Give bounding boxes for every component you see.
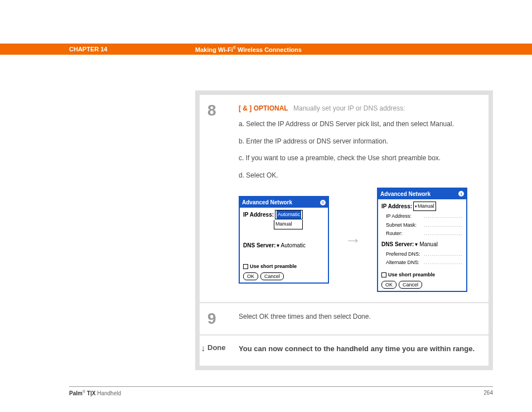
step-number-cell: 9 xyxy=(200,303,239,334)
step-8-list: a. Select the IP Address or DNS Server p… xyxy=(239,118,481,181)
footer-brand: Palm® T|X Handheld xyxy=(69,390,121,396)
preamble-label-left: Use short preamble xyxy=(250,262,297,271)
dns-row-right: DNS Server: ▾ Manual xyxy=(381,239,463,249)
dns-label-right: DNS Server: xyxy=(381,239,414,249)
ip-address-sub: IP Address:.................... xyxy=(381,212,463,221)
arrow-icon: → xyxy=(345,226,361,254)
subnet-sub: Subnet Mask:.................... xyxy=(381,221,463,229)
chapter-header: CHAPTER 14 Making Wi-Fi® Wireless Connec… xyxy=(69,44,493,55)
page-number: 264 xyxy=(483,390,493,396)
chapter-number: CHAPTER 14 xyxy=(69,46,195,52)
chapter-title: Making Wi-Fi® Wireless Connections xyxy=(195,46,302,53)
router-sub: Router:.................... xyxy=(381,229,463,238)
step-8-body: [ & ] OPTIONAL Manually set your IP or D… xyxy=(239,95,489,302)
step-9-text: Select OK three times and then select Do… xyxy=(239,313,371,320)
ip-label-right: IP Address: xyxy=(381,202,412,211)
palm-window-right: Advanced Network i IP Address: ▾ Manual … xyxy=(377,188,467,292)
palm-body-left: IP Address: Automatic Manual DNS Server:… xyxy=(240,208,328,282)
step-9-body: Select OK three times and then select Do… xyxy=(239,303,489,334)
palm-title-right: Advanced Network xyxy=(380,189,431,199)
cancel-button-right[interactable]: Cancel xyxy=(399,281,422,289)
ok-button-right[interactable]: OK xyxy=(381,281,396,289)
dns-row-left: DNS Server: ▾ Automatic xyxy=(243,241,325,250)
palm-titlebar-left: Advanced Network i xyxy=(240,197,328,208)
step-8c: c. If you want to use a preamble, check … xyxy=(239,152,481,164)
page-footer: Palm® T|X Handheld 264 xyxy=(69,390,493,396)
done-label: Done xyxy=(207,343,226,352)
footer-divider xyxy=(69,386,493,387)
optional-intro-text: Manually set your IP or DNS address: xyxy=(293,104,405,112)
palm-window-left: Advanced Network i IP Address: Automatic… xyxy=(239,196,329,284)
ok-button-left[interactable]: OK xyxy=(243,272,258,280)
document-page: CHAPTER 14 Making Wi-Fi® Wireless Connec… xyxy=(0,0,532,412)
ip-dropdown-left[interactable]: Automatic xyxy=(275,210,303,219)
ip-label-left: IP Address: xyxy=(243,210,274,219)
ip-dropdown-right[interactable]: ▾ Manual xyxy=(413,202,436,211)
step-8-intro: [ & ] OPTIONAL Manually set your IP or D… xyxy=(239,103,481,114)
palm-body-right: IP Address: ▾ Manual IP Address:........… xyxy=(378,199,466,291)
step-9-row: 9 Select OK three times and then select … xyxy=(200,302,489,334)
pref-dns-sub: Preferred DNS:.................... xyxy=(381,250,463,258)
done-arrow-icon: ↓ xyxy=(201,344,205,353)
done-label-cell: ↓ Done xyxy=(200,336,239,366)
palm-buttons-right: OK Cancel xyxy=(381,281,463,289)
step-8a: a. Select the IP Address or DNS Server p… xyxy=(239,118,481,130)
alt-dns-sub: Alternate DNS:.................... xyxy=(381,258,463,267)
preamble-checkbox-right[interactable] xyxy=(381,272,386,277)
done-text: You can now connect to the handheld any … xyxy=(239,336,489,366)
info-icon: i xyxy=(458,191,464,197)
preamble-label-right: Use short preamble xyxy=(388,271,435,279)
ip-option-manual[interactable]: Manual xyxy=(274,220,303,229)
cancel-button-left[interactable]: Cancel xyxy=(260,272,284,280)
chapter-header-bar: CHAPTER 14 Making Wi-Fi® Wireless Connec… xyxy=(0,44,532,55)
step-number: 8 xyxy=(207,102,239,119)
dns-dropdown-left[interactable]: ▾ Automatic xyxy=(277,241,306,250)
dns-label-left: DNS Server: xyxy=(243,241,275,250)
dns-dropdown-right[interactable]: ▾ Manual xyxy=(415,239,438,249)
ip-row-left: IP Address: Automatic xyxy=(243,210,325,219)
step-number: 9 xyxy=(207,310,239,328)
palm-buttons-left: OK Cancel xyxy=(243,272,325,280)
palm-title-left: Advanced Network xyxy=(242,198,292,207)
steps-container: 8 [ & ] OPTIONAL Manually set your IP or… xyxy=(195,90,493,370)
done-row: ↓ Done You can now connect to the handhe… xyxy=(200,334,489,366)
optional-tag: [ & ] OPTIONAL xyxy=(239,104,288,112)
info-icon: i xyxy=(320,200,326,205)
palm-titlebar-right: Advanced Network i xyxy=(378,189,466,199)
preamble-row-right: Use short preamble xyxy=(381,271,463,279)
step-number-cell: 8 xyxy=(200,95,239,302)
preamble-checkbox-left[interactable] xyxy=(243,264,248,269)
preamble-row-left: Use short preamble xyxy=(243,262,325,271)
step-8b: b. Enter the IP address or DNS server in… xyxy=(239,136,481,147)
step-8d: d. Select OK. xyxy=(239,170,481,181)
screenshots-row: Advanced Network i IP Address: Automatic… xyxy=(239,188,481,292)
ip-row-right: IP Address: ▾ Manual xyxy=(381,202,463,211)
step-8-row: 8 [ & ] OPTIONAL Manually set your IP or… xyxy=(200,95,489,302)
